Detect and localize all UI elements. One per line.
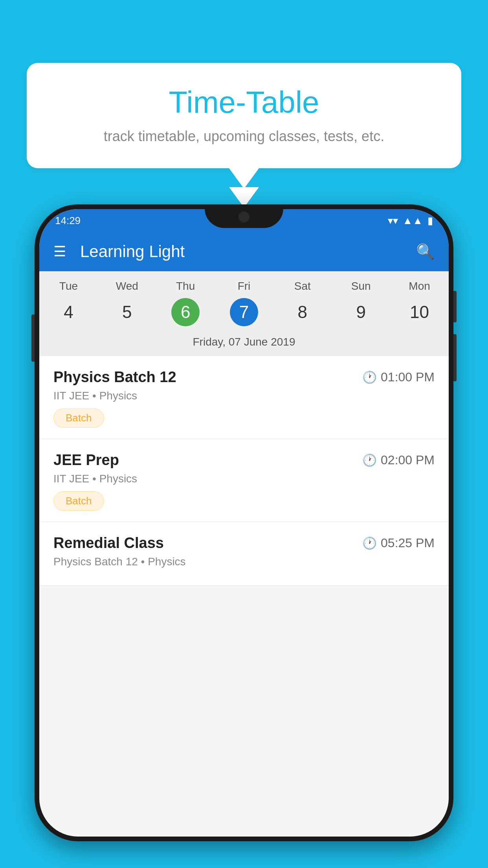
- schedule-item-time: 🕐02:00 PM: [362, 453, 435, 467]
- schedule-list: Physics Batch 12🕐01:00 PMIIT JEE • Physi…: [39, 356, 449, 586]
- calendar-section: Tue4Wed5Thu6Fri7Sat8Sun9Mon10 Friday, 07…: [39, 271, 449, 356]
- calendar-date-label: Friday, 07 June 2019: [39, 329, 449, 356]
- battery-icon: ▮: [427, 215, 433, 227]
- day-name: Sun: [332, 280, 390, 292]
- status-icons: ▾▾ ▲▲ ▮: [388, 215, 433, 227]
- day-number[interactable]: 10: [405, 298, 434, 326]
- calendar-day-7[interactable]: Fri7: [215, 280, 273, 326]
- side-button-left: [31, 314, 35, 362]
- day-number[interactable]: 5: [113, 298, 141, 326]
- schedule-item-time: 🕐05:25 PM: [362, 536, 435, 550]
- schedule-item-meta: Physics Batch 12 • Physics: [53, 555, 435, 568]
- day-number[interactable]: 4: [54, 298, 83, 326]
- signal-icon: ▲▲: [403, 215, 423, 227]
- calendar-day-9[interactable]: Sun9: [332, 280, 390, 326]
- day-name: Fri: [215, 280, 273, 292]
- search-icon[interactable]: 🔍: [416, 243, 435, 260]
- status-time: 14:29: [55, 215, 81, 227]
- day-number[interactable]: 6: [171, 298, 200, 326]
- schedule-item-1[interactable]: JEE Prep🕐02:00 PMIIT JEE • PhysicsBatch: [39, 439, 449, 522]
- schedule-item-title: Remedial Class: [53, 535, 164, 552]
- day-name: Sat: [273, 280, 332, 292]
- time-text: 01:00 PM: [381, 370, 435, 384]
- schedule-item-title: JEE Prep: [53, 452, 119, 469]
- wifi-icon: ▾▾: [388, 215, 398, 227]
- schedule-item-meta: IIT JEE • Physics: [53, 473, 435, 485]
- speech-bubble-container: Time-Table track timetable, upcoming cla…: [27, 63, 461, 189]
- calendar-day-10[interactable]: Mon10: [390, 280, 449, 326]
- app-title: Learning Light: [80, 242, 416, 261]
- time-text: 05:25 PM: [381, 536, 435, 550]
- volume-down-button: [453, 334, 457, 381]
- day-number[interactable]: 8: [288, 298, 317, 326]
- calendar-day-5[interactable]: Wed5: [98, 280, 156, 326]
- bubble-title: Time-Table: [50, 85, 438, 120]
- schedule-item-0[interactable]: Physics Batch 12🕐01:00 PMIIT JEE • Physi…: [39, 356, 449, 439]
- calendar-days-header: Tue4Wed5Thu6Fri7Sat8Sun9Mon10: [39, 271, 449, 329]
- schedule-item-time: 🕐01:00 PM: [362, 370, 435, 384]
- clock-icon: 🕐: [362, 370, 377, 384]
- bubble-triangle: [229, 168, 259, 189]
- phone-notch: [205, 204, 283, 228]
- app-bar: ☰ Learning Light 🔍: [39, 232, 449, 271]
- phone-outer: 14:29 ▾▾ ▲▲ ▮ ☰ Learning Light 🔍 Tue4Wed…: [35, 204, 453, 841]
- volume-up-button: [453, 291, 457, 322]
- batch-badge: Batch: [53, 491, 104, 511]
- schedule-item-title: Physics Batch 12: [53, 369, 176, 386]
- phone-camera: [238, 211, 250, 223]
- day-name: Thu: [156, 280, 215, 292]
- day-name: Mon: [390, 280, 449, 292]
- phone-screen: 14:29 ▾▾ ▲▲ ▮ ☰ Learning Light 🔍 Tue4Wed…: [39, 209, 449, 837]
- clock-icon: 🕐: [362, 453, 377, 467]
- phone-frame: 14:29 ▾▾ ▲▲ ▮ ☰ Learning Light 🔍 Tue4Wed…: [35, 204, 453, 868]
- speech-bubble: Time-Table track timetable, upcoming cla…: [27, 63, 461, 168]
- batch-badge: Batch: [53, 408, 104, 428]
- schedule-item-meta: IIT JEE • Physics: [53, 390, 435, 402]
- schedule-item-2[interactable]: Remedial Class🕐05:25 PMPhysics Batch 12 …: [39, 522, 449, 586]
- calendar-day-4[interactable]: Tue4: [39, 280, 98, 326]
- calendar-day-6[interactable]: Thu6: [156, 280, 215, 326]
- bubble-subtitle: track timetable, upcoming classes, tests…: [50, 128, 438, 145]
- time-text: 02:00 PM: [381, 453, 435, 467]
- calendar-day-8[interactable]: Sat8: [273, 280, 332, 326]
- menu-icon[interactable]: ☰: [53, 243, 66, 260]
- day-number[interactable]: 7: [230, 298, 258, 326]
- day-name: Tue: [39, 280, 98, 292]
- day-number[interactable]: 9: [347, 298, 375, 326]
- clock-icon: 🕐: [362, 536, 377, 550]
- day-name: Wed: [98, 280, 156, 292]
